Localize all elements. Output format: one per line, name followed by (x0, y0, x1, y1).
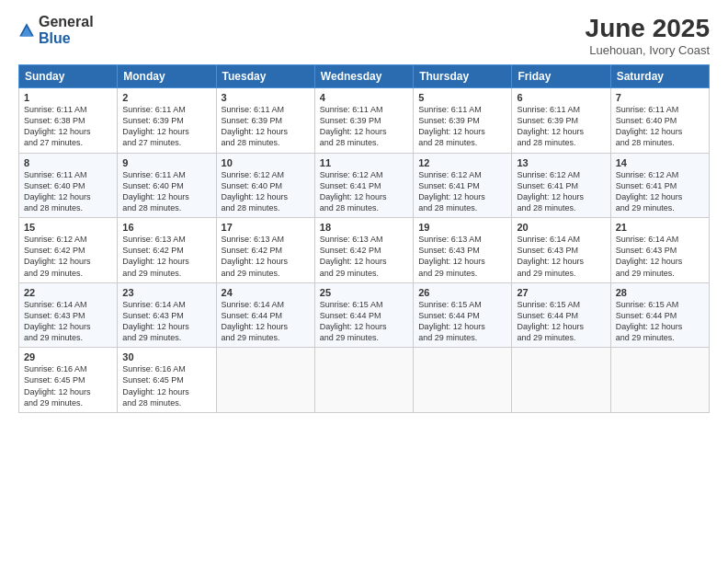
calendar-header-tuesday: Tuesday (216, 65, 314, 88)
day-number: 25 (320, 287, 408, 298)
calendar-cell: 6Sunrise: 6:11 AMSunset: 6:39 PMDaylight… (512, 88, 610, 154)
calendar-week-row: 1Sunrise: 6:11 AMSunset: 6:38 PMDaylight… (19, 88, 710, 154)
calendar-cell: 15Sunrise: 6:12 AMSunset: 6:42 PMDayligh… (19, 218, 118, 283)
day-number: 26 (418, 287, 506, 298)
day-number: 16 (122, 222, 210, 233)
day-info: Sunrise: 6:14 AMSunset: 6:44 PMDaylight:… (222, 299, 310, 344)
logo-blue: Blue (39, 30, 71, 46)
calendar-cell: 9Sunrise: 6:11 AMSunset: 6:40 PMDaylight… (118, 153, 216, 218)
calendar-cell: 28Sunrise: 6:15 AMSunset: 6:44 PMDayligh… (610, 282, 709, 348)
day-number: 2 (122, 92, 210, 103)
main-title: June 2025 (586, 14, 710, 43)
logo-icon (18, 22, 35, 39)
day-info: Sunrise: 6:13 AMSunset: 6:43 PMDaylight:… (418, 234, 506, 279)
page: General Blue June 2025 Luehouan, Ivory C… (0, 0, 728, 563)
day-number: 14 (616, 157, 704, 168)
day-info: Sunrise: 6:11 AMSunset: 6:39 PMDaylight:… (122, 104, 210, 149)
day-info: Sunrise: 6:12 AMSunset: 6:41 PMDaylight:… (320, 169, 408, 214)
day-number: 24 (222, 287, 310, 298)
day-number: 1 (24, 92, 112, 103)
calendar-cell (314, 348, 413, 413)
day-info: Sunrise: 6:16 AMSunset: 6:45 PMDaylight:… (122, 363, 210, 408)
logo: General Blue (18, 14, 94, 47)
calendar-cell: 7Sunrise: 6:11 AMSunset: 6:40 PMDaylight… (610, 88, 709, 154)
calendar-cell: 5Sunrise: 6:11 AMSunset: 6:39 PMDaylight… (414, 88, 512, 154)
day-number: 8 (24, 157, 112, 168)
day-number: 20 (517, 222, 605, 233)
calendar-table: SundayMondayTuesdayWednesdayThursdayFrid… (18, 64, 710, 413)
day-info: Sunrise: 6:16 AMSunset: 6:45 PMDaylight:… (24, 363, 112, 408)
calendar-cell: 25Sunrise: 6:15 AMSunset: 6:44 PMDayligh… (314, 282, 413, 348)
day-number: 28 (616, 287, 704, 298)
day-info: Sunrise: 6:15 AMSunset: 6:44 PMDaylight:… (418, 299, 506, 344)
day-info: Sunrise: 6:14 AMSunset: 6:43 PMDaylight:… (517, 234, 605, 279)
calendar-cell: 17Sunrise: 6:13 AMSunset: 6:42 PMDayligh… (216, 218, 314, 283)
day-info: Sunrise: 6:15 AMSunset: 6:44 PMDaylight:… (517, 299, 605, 344)
day-number: 6 (517, 92, 605, 103)
calendar-cell: 12Sunrise: 6:12 AMSunset: 6:41 PMDayligh… (414, 153, 512, 218)
day-info: Sunrise: 6:11 AMSunset: 6:40 PMDaylight:… (616, 104, 704, 149)
day-number: 19 (418, 222, 506, 233)
calendar-cell: 19Sunrise: 6:13 AMSunset: 6:43 PMDayligh… (414, 218, 512, 283)
calendar-header-friday: Friday (512, 65, 610, 88)
calendar-header-row: SundayMondayTuesdayWednesdayThursdayFrid… (19, 65, 710, 88)
day-info: Sunrise: 6:13 AMSunset: 6:42 PMDaylight:… (222, 234, 310, 279)
calendar-cell: 30Sunrise: 6:16 AMSunset: 6:45 PMDayligh… (118, 348, 216, 413)
day-number: 11 (320, 157, 408, 168)
day-number: 10 (222, 157, 310, 168)
day-info: Sunrise: 6:13 AMSunset: 6:42 PMDaylight:… (320, 234, 408, 279)
day-info: Sunrise: 6:14 AMSunset: 6:43 PMDaylight:… (24, 299, 112, 344)
day-info: Sunrise: 6:12 AMSunset: 6:41 PMDaylight:… (616, 169, 704, 214)
calendar-cell: 16Sunrise: 6:13 AMSunset: 6:42 PMDayligh… (118, 218, 216, 283)
calendar-cell: 3Sunrise: 6:11 AMSunset: 6:39 PMDaylight… (216, 88, 314, 154)
calendar-header-saturday: Saturday (610, 65, 709, 88)
header: General Blue June 2025 Luehouan, Ivory C… (18, 14, 710, 57)
calendar-cell: 18Sunrise: 6:13 AMSunset: 6:42 PMDayligh… (314, 218, 413, 283)
calendar-cell: 10Sunrise: 6:12 AMSunset: 6:40 PMDayligh… (216, 153, 314, 218)
calendar-cell: 4Sunrise: 6:11 AMSunset: 6:39 PMDaylight… (314, 88, 413, 154)
calendar-cell (610, 348, 709, 413)
calendar-header-thursday: Thursday (414, 65, 512, 88)
calendar-cell: 8Sunrise: 6:11 AMSunset: 6:40 PMDaylight… (19, 153, 118, 218)
calendar-week-row: 8Sunrise: 6:11 AMSunset: 6:40 PMDaylight… (19, 153, 710, 218)
calendar-cell: 20Sunrise: 6:14 AMSunset: 6:43 PMDayligh… (512, 218, 610, 283)
calendar-cell: 23Sunrise: 6:14 AMSunset: 6:43 PMDayligh… (118, 282, 216, 348)
day-info: Sunrise: 6:14 AMSunset: 6:43 PMDaylight:… (616, 234, 704, 279)
calendar-cell (512, 348, 610, 413)
calendar-week-row: 15Sunrise: 6:12 AMSunset: 6:42 PMDayligh… (19, 218, 710, 283)
day-number: 13 (517, 157, 605, 168)
day-number: 3 (222, 92, 310, 103)
day-info: Sunrise: 6:12 AMSunset: 6:41 PMDaylight:… (517, 169, 605, 214)
calendar-cell: 22Sunrise: 6:14 AMSunset: 6:43 PMDayligh… (19, 282, 118, 348)
day-info: Sunrise: 6:11 AMSunset: 6:40 PMDaylight:… (24, 169, 112, 214)
day-info: Sunrise: 6:15 AMSunset: 6:44 PMDaylight:… (616, 299, 704, 344)
calendar-cell (216, 348, 314, 413)
day-number: 30 (122, 351, 210, 362)
calendar-cell: 29Sunrise: 6:16 AMSunset: 6:45 PMDayligh… (19, 348, 118, 413)
day-info: Sunrise: 6:11 AMSunset: 6:38 PMDaylight:… (24, 104, 112, 149)
day-info: Sunrise: 6:14 AMSunset: 6:43 PMDaylight:… (122, 299, 210, 344)
calendar-cell: 27Sunrise: 6:15 AMSunset: 6:44 PMDayligh… (512, 282, 610, 348)
day-info: Sunrise: 6:15 AMSunset: 6:44 PMDaylight:… (320, 299, 408, 344)
day-number: 21 (616, 222, 704, 233)
day-number: 5 (418, 92, 506, 103)
calendar-week-row: 29Sunrise: 6:16 AMSunset: 6:45 PMDayligh… (19, 348, 710, 413)
calendar-header-monday: Monday (118, 65, 216, 88)
day-number: 27 (517, 287, 605, 298)
day-number: 7 (616, 92, 704, 103)
day-number: 9 (122, 157, 210, 168)
day-number: 15 (24, 222, 112, 233)
day-info: Sunrise: 6:12 AMSunset: 6:40 PMDaylight:… (222, 169, 310, 214)
calendar-cell: 14Sunrise: 6:12 AMSunset: 6:41 PMDayligh… (610, 153, 709, 218)
day-info: Sunrise: 6:11 AMSunset: 6:39 PMDaylight:… (517, 104, 605, 149)
day-number: 29 (24, 351, 112, 362)
calendar-cell: 1Sunrise: 6:11 AMSunset: 6:38 PMDaylight… (19, 88, 118, 154)
day-info: Sunrise: 6:11 AMSunset: 6:39 PMDaylight:… (222, 104, 310, 149)
day-info: Sunrise: 6:11 AMSunset: 6:40 PMDaylight:… (122, 169, 210, 214)
calendar-week-row: 22Sunrise: 6:14 AMSunset: 6:43 PMDayligh… (19, 282, 710, 348)
day-number: 12 (418, 157, 506, 168)
day-info: Sunrise: 6:13 AMSunset: 6:42 PMDaylight:… (122, 234, 210, 279)
logo-general: General (39, 14, 94, 29)
calendar-cell: 26Sunrise: 6:15 AMSunset: 6:44 PMDayligh… (414, 282, 512, 348)
calendar-cell: 24Sunrise: 6:14 AMSunset: 6:44 PMDayligh… (216, 282, 314, 348)
